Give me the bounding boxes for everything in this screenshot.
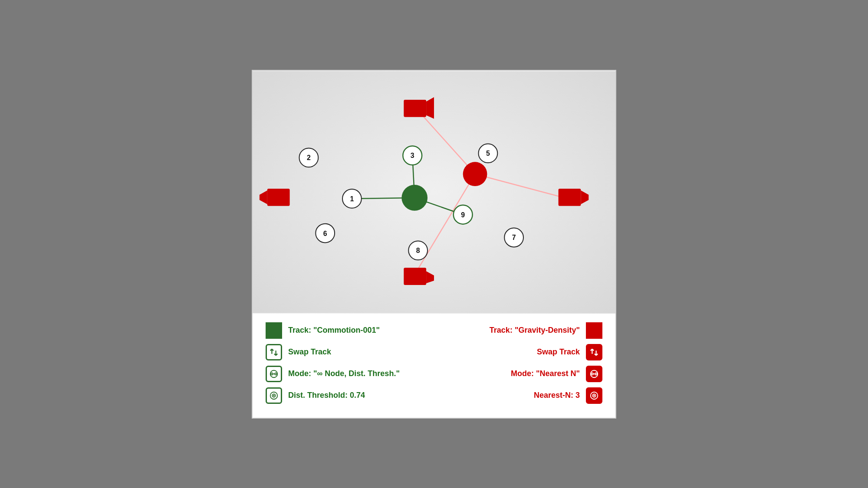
svg-text:2: 2: [307, 154, 311, 161]
svg-point-32: [463, 162, 487, 186]
canvas-svg: 1 2 3 5 6 7 8 9: [253, 71, 615, 314]
nearest-n-icon-red-box[interactable]: [586, 387, 602, 404]
legend-area: Track: "Commotion-001" Track: "Gravity-D…: [253, 314, 615, 418]
svg-rect-9: [267, 189, 290, 206]
svg-point-43: [273, 395, 274, 396]
green-track-left: Track: "Commotion-001": [266, 322, 434, 339]
svg-text:3: 3: [411, 152, 414, 159]
svg-text:1: 1: [350, 195, 354, 202]
mode-right: Mode: "Nearest N": [434, 366, 602, 382]
nearest-n-right: Nearest-N: 3: [434, 387, 602, 404]
mode-icon-red-box[interactable]: [586, 366, 602, 382]
svg-rect-7: [404, 100, 426, 117]
svg-text:8: 8: [416, 247, 420, 254]
nearest-n-label-red: Nearest-N: 3: [534, 391, 580, 400]
svg-point-46: [594, 395, 595, 396]
svg-point-35: [275, 373, 277, 375]
threshold-left: Dist. Threshold: 0.74: [266, 387, 434, 404]
canvas-area: 1 2 3 5 6 7 8 9: [253, 71, 615, 314]
swap-icon-red-box[interactable]: [586, 344, 602, 360]
threshold-icon-green-box[interactable]: [266, 387, 282, 404]
svg-text:7: 7: [512, 234, 516, 241]
svg-rect-13: [404, 268, 426, 285]
mode-label-green: Mode: "∞ Node, Dist. Thresh.": [288, 369, 400, 378]
red-track-icon: [586, 322, 602, 339]
mode-icon-green[interactable]: [266, 366, 282, 382]
svg-point-34: [271, 373, 273, 375]
red-track-label: Track: "Gravity-Density": [490, 326, 580, 335]
svg-text:5: 5: [486, 150, 490, 157]
swap-track-left: Swap Track: [266, 344, 434, 360]
red-square: [586, 322, 602, 339]
swap-track-row: Swap Track Swap Track: [266, 344, 602, 360]
green-track-icon: [266, 322, 282, 339]
track-row: Track: "Commotion-001" Track: "Gravity-D…: [266, 322, 602, 339]
mode-row: Mode: "∞ Node, Dist. Thresh." Mode: "Nea…: [266, 366, 602, 382]
green-square: [266, 322, 282, 339]
mode-left: Mode: "∞ Node, Dist. Thresh.": [266, 366, 434, 382]
swap-icon-green[interactable]: [266, 344, 282, 360]
threshold-row: Dist. Threshold: 0.74 Nearest-N: 3: [266, 387, 602, 404]
svg-point-39: [595, 373, 597, 375]
swap-track-label-red: Swap Track: [537, 347, 580, 357]
svg-rect-11: [559, 189, 581, 206]
svg-point-38: [591, 373, 593, 375]
nearest-n-icon-red[interactable]: [586, 387, 602, 404]
mode-icon-red[interactable]: [586, 366, 602, 382]
swap-icon-red[interactable]: [586, 344, 602, 360]
mode-label-red: Mode: "Nearest N": [511, 369, 580, 378]
svg-text:9: 9: [461, 211, 465, 218]
green-track-label: Track: "Commotion-001": [288, 326, 380, 335]
main-panel: 1 2 3 5 6 7 8 9: [252, 70, 616, 419]
swap-track-right: Swap Track: [434, 344, 602, 360]
red-track-right: Track: "Gravity-Density": [434, 322, 602, 339]
threshold-icon-green[interactable]: [266, 387, 282, 404]
mode-icon-green-box[interactable]: [266, 366, 282, 382]
swap-track-label-green: Swap Track: [288, 347, 331, 357]
threshold-label-green: Dist. Threshold: 0.74: [288, 391, 365, 400]
svg-text:6: 6: [323, 229, 327, 237]
swap-icon-green-box[interactable]: [266, 344, 282, 360]
svg-point-31: [401, 185, 427, 211]
